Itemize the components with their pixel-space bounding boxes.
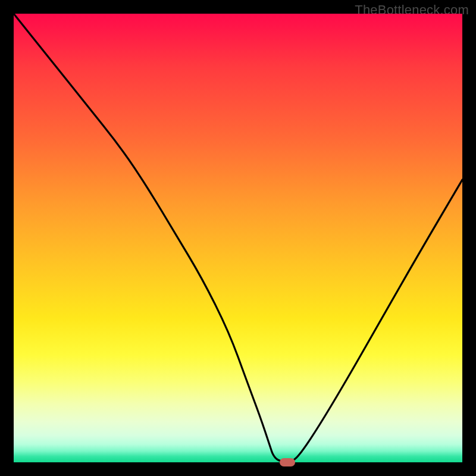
bottleneck-curve [14, 14, 462, 462]
chart-container: TheBottleneck.com [0, 0, 476, 476]
min-marker [280, 458, 295, 466]
plot-area [14, 14, 462, 462]
